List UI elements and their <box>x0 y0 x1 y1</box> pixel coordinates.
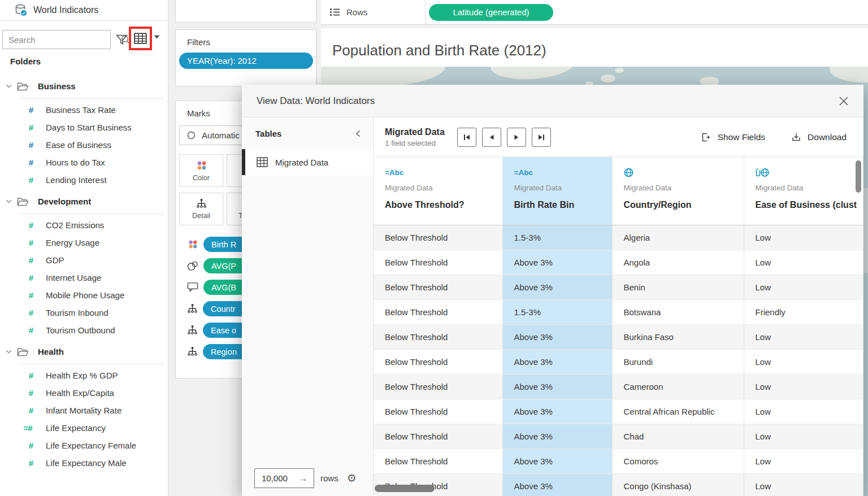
cell: Central African Republic <box>612 399 744 424</box>
field-energy-usage[interactable]: # Energy Usage <box>0 234 168 251</box>
number-field-icon: # <box>27 371 35 380</box>
table-item-migrated-data[interactable]: Migrated Data <box>242 149 373 175</box>
cell: Low <box>744 449 863 473</box>
row-count-input[interactable] <box>262 473 297 483</box>
field-life-expectancy[interactable]: =# Life Expectancy <box>0 419 168 437</box>
horizontal-scrollbar-thumb[interactable] <box>375 485 435 492</box>
number-field-icon: # <box>27 175 35 185</box>
field-internet-usage[interactable]: # Internet Usage <box>0 269 168 286</box>
chevron-down-icon <box>6 84 12 89</box>
cell: Above 3% <box>502 399 612 424</box>
tables-panel: Tables Migrated Data <box>242 118 374 496</box>
table-row: Below Threshold Above 3% Burundi Low <box>374 349 863 374</box>
cell: Above 3% <box>502 275 612 299</box>
field-tourism-inbound[interactable]: # Tourism Inbound <box>0 304 168 321</box>
cell: Below Threshold <box>374 275 502 299</box>
table-grid-icon <box>257 157 268 167</box>
column-header-birth-rate-bin[interactable]: =Abc Migrated Data Birth Rate Bin <box>502 157 612 225</box>
field-business-tax-rate[interactable]: # Business Tax Rate <box>0 101 168 119</box>
field-gdp[interactable]: # GDP <box>0 251 168 269</box>
column-source: Migrated Data <box>756 184 863 192</box>
datasource-header[interactable]: World Indicators <box>0 0 168 21</box>
settings-gear-icon[interactable]: ⚙ <box>347 473 357 484</box>
cell: Low <box>744 399 863 424</box>
view-data-button-annotation[interactable] <box>129 27 152 50</box>
field-co2-emissions[interactable]: # CO2 Emissions <box>0 216 168 234</box>
cell: Below Threshold <box>374 324 502 349</box>
column-field-name: Ease of Business (clust <box>756 200 863 210</box>
apply-row-count-icon[interactable]: → <box>299 473 307 483</box>
field-days-to-start-business[interactable]: # Days to Start Business <box>0 119 168 136</box>
cell: Algeria <box>612 225 744 250</box>
field-mobile-phone-usage[interactable]: # Mobile Phone Usage <box>0 286 168 304</box>
grid-scroll-region[interactable]: =Abc Migrated Data Above Threshold? =Abc… <box>374 157 863 496</box>
column-field-name: Above Threshold? <box>385 200 502 210</box>
previous-page-button[interactable] <box>482 128 501 147</box>
filters-card: Filters YEAR(Year): 2012 <box>175 29 316 86</box>
show-fields-icon <box>701 132 711 142</box>
row-count-box[interactable]: → <box>254 468 314 488</box>
folder-header-development[interactable]: Development <box>0 192 168 211</box>
number-field-icon: # <box>27 458 35 468</box>
detail-button[interactable]: Detail <box>179 193 223 225</box>
collapse-panel-button[interactable] <box>355 130 361 137</box>
close-button[interactable] <box>839 96 849 106</box>
folder-header-health[interactable]: Health <box>0 342 168 361</box>
view-data-grid-icon <box>134 33 147 44</box>
field-health-exp-capita[interactable]: # Health Exp/Capita <box>0 384 168 402</box>
map-landmass <box>615 68 624 73</box>
column-header-ease-of-business-cluster[interactable]: Migrated Data Ease of Business (clust <box>744 157 863 225</box>
folder-header-business[interactable]: Business <box>0 77 168 95</box>
selection-status: 1 field selected <box>385 139 445 147</box>
rows-pill-latitude[interactable]: Latitude (generated) <box>429 4 553 21</box>
column-header-country-region[interactable]: Migrated Data Country/Region <box>612 157 744 225</box>
color-button[interactable]: Color <box>179 154 223 187</box>
download-button[interactable]: Download <box>791 132 847 142</box>
data-pane-menu-caret[interactable] <box>154 35 160 39</box>
cell: Above 3% <box>502 424 612 449</box>
first-page-button[interactable] <box>457 128 476 147</box>
search-input[interactable] <box>8 35 121 45</box>
show-fields-button[interactable]: Show Fields <box>701 132 765 142</box>
map-scrollbar[interactable] <box>863 188 868 273</box>
search-box[interactable] <box>2 30 111 49</box>
cell: Above 3% <box>502 449 612 473</box>
field-life-expectancy-male[interactable]: # Life Expectancy Male <box>0 454 168 472</box>
cell: Burkina Faso <box>612 324 744 349</box>
column-source: Migrated Data <box>514 184 612 192</box>
cell: Low <box>744 275 863 299</box>
filter-pill-year[interactable]: YEAR(Year): 2012 <box>179 53 313 69</box>
next-page-button[interactable] <box>507 128 526 147</box>
cell: Below Threshold <box>374 374 502 399</box>
field-life-expectancy-female[interactable]: # Life Expectancy Female <box>0 437 168 454</box>
field-infant-mortality-rate[interactable]: # Infant Mortality Rate <box>0 402 168 419</box>
circle-mark-icon <box>187 131 196 140</box>
field-health-exp-pct-gdp[interactable]: # Health Exp % GDP <box>0 367 168 384</box>
table-row: Below Threshold 1.5-3% Botswana Friendly <box>374 299 863 324</box>
pagination-buttons <box>457 128 551 147</box>
field-tourism-outbound[interactable]: # Tourism Outbound <box>0 321 168 339</box>
filter-fields-button[interactable] <box>112 30 131 49</box>
field-ease-of-business[interactable]: # Ease of Business <box>0 136 168 154</box>
color-icon <box>196 160 207 171</box>
size-icon <box>187 260 198 271</box>
worksheet-title: Population and Birth Rate (2012) <box>321 28 868 59</box>
table-row: Below Threshold Above 3% Comoros Low <box>374 449 863 473</box>
cell: Below Threshold <box>374 399 502 424</box>
table-row: Below Threshold Above 3% Benin Low <box>374 275 863 299</box>
cell: Below Threshold <box>374 424 502 449</box>
vertical-scrollbar-thumb[interactable] <box>856 160 861 193</box>
column-field-name: Country/Region <box>624 200 744 210</box>
column-header-above-threshold[interactable]: =Abc Migrated Data Above Threshold? <box>374 157 502 225</box>
last-page-button[interactable] <box>532 128 551 147</box>
field-hours-to-do-tax[interactable]: # Hours to do Tax <box>0 154 168 171</box>
field-lending-interest[interactable]: # Lending Interest <box>0 171 168 189</box>
detail-icon <box>187 346 198 357</box>
number-field-icon: # <box>27 123 35 132</box>
grid-toolbar: Migrated Data 1 field selected <box>374 118 863 157</box>
detail-icon <box>187 325 198 336</box>
cell: Low <box>744 374 863 399</box>
column-source: Migrated Data <box>385 184 502 192</box>
close-icon <box>839 96 849 106</box>
table-item-label: Migrated Data <box>275 158 328 167</box>
